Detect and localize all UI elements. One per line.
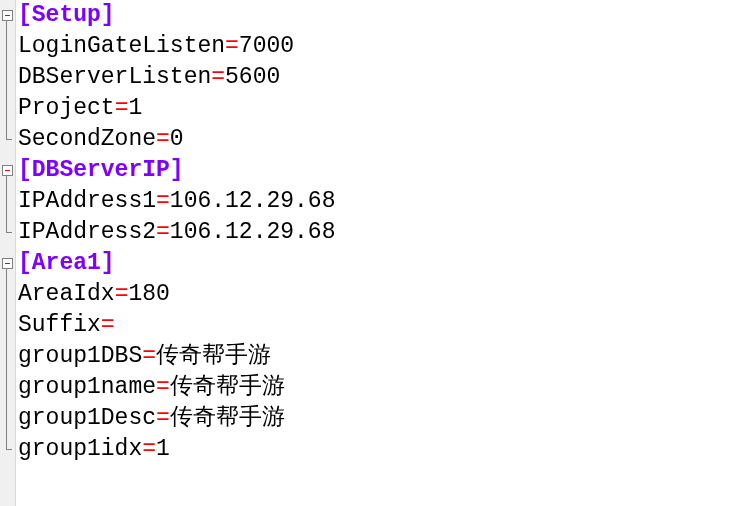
config-value: 7000 <box>239 31 294 62</box>
config-line[interactable]: group1idx=1 <box>17 434 335 465</box>
fold-line <box>6 21 7 139</box>
config-line[interactable]: AreaIdx=180 <box>17 279 335 310</box>
fold-line <box>6 269 7 449</box>
fold-toggle-setup[interactable] <box>2 10 13 21</box>
code-editor[interactable]: [Setup] LoginGateListen=7000 DBServerLis… <box>0 0 751 506</box>
section-name: [DBServerIP] <box>18 155 184 186</box>
config-value: 传奇帮手游 <box>170 372 285 403</box>
config-line[interactable]: IPAddress2=106.12.29.68 <box>17 217 335 248</box>
section-header[interactable]: [Area1] <box>17 248 335 279</box>
minus-icon <box>5 15 10 16</box>
fold-toggle-dbserverip[interactable] <box>2 165 13 176</box>
config-key: AreaIdx <box>18 279 115 310</box>
section-header[interactable]: [Setup] <box>17 0 335 31</box>
config-line[interactable]: Suffix= <box>17 310 335 341</box>
fold-line <box>6 176 7 232</box>
equals-sign: = <box>156 186 170 217</box>
config-value: 0 <box>170 124 184 155</box>
config-key: LoginGateListen <box>18 31 225 62</box>
fold-toggle-area1[interactable] <box>2 258 13 269</box>
config-key: group1name <box>18 372 156 403</box>
config-line[interactable]: group1name=传奇帮手游 <box>17 372 335 403</box>
section-name: [Area1] <box>18 248 115 279</box>
config-line[interactable]: group1DBS=传奇帮手游 <box>17 341 335 372</box>
equals-sign: = <box>142 341 156 372</box>
equals-sign: = <box>156 403 170 434</box>
config-value: 180 <box>128 279 169 310</box>
equals-sign: = <box>211 62 225 93</box>
section-header[interactable]: [DBServerIP] <box>17 155 335 186</box>
section-name: [Setup] <box>18 0 115 31</box>
config-key: SecondZone <box>18 124 156 155</box>
config-key: DBServerListen <box>18 62 211 93</box>
equals-sign: = <box>101 310 115 341</box>
config-value: 1 <box>156 434 170 465</box>
config-line[interactable]: IPAddress1=106.12.29.68 <box>17 186 335 217</box>
config-value: 传奇帮手游 <box>170 403 285 434</box>
fold-end <box>6 449 12 450</box>
config-key: Project <box>18 93 115 124</box>
equals-sign: = <box>156 372 170 403</box>
config-line[interactable]: DBServerListen=5600 <box>17 62 335 93</box>
config-line[interactable]: Project=1 <box>17 93 335 124</box>
equals-sign: = <box>225 31 239 62</box>
config-key: group1Desc <box>18 403 156 434</box>
config-line[interactable]: group1Desc=传奇帮手游 <box>17 403 335 434</box>
config-key: group1idx <box>18 434 142 465</box>
config-line[interactable]: LoginGateListen=7000 <box>17 31 335 62</box>
config-value: 1 <box>128 93 142 124</box>
equals-sign: = <box>156 124 170 155</box>
code-area[interactable]: [Setup] LoginGateListen=7000 DBServerLis… <box>17 0 335 465</box>
config-value: 5600 <box>225 62 280 93</box>
config-value: 传奇帮手游 <box>156 341 271 372</box>
config-value: 106.12.29.68 <box>170 186 336 217</box>
fold-gutter <box>0 0 16 506</box>
config-key: group1DBS <box>18 341 142 372</box>
equals-sign: = <box>115 93 129 124</box>
fold-end <box>6 232 12 233</box>
config-line[interactable]: SecondZone=0 <box>17 124 335 155</box>
config-value: 106.12.29.68 <box>170 217 336 248</box>
equals-sign: = <box>142 434 156 465</box>
config-key: Suffix <box>18 310 101 341</box>
equals-sign: = <box>156 217 170 248</box>
config-key: IPAddress1 <box>18 186 156 217</box>
minus-icon <box>5 263 10 264</box>
minus-icon <box>5 170 10 171</box>
equals-sign: = <box>115 279 129 310</box>
fold-end <box>6 139 12 140</box>
config-key: IPAddress2 <box>18 217 156 248</box>
